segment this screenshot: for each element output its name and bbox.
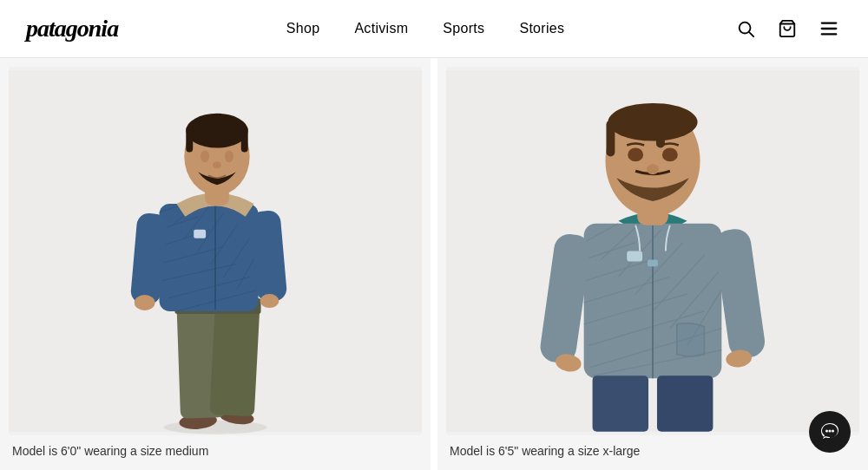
- product-image-right[interactable]: [446, 67, 859, 435]
- svg-point-68: [608, 103, 697, 141]
- product-left: Model is 6'0" wearing a size medium: [0, 58, 431, 470]
- svg-rect-69: [606, 121, 615, 157]
- svg-point-40: [225, 150, 233, 162]
- svg-point-78: [832, 430, 834, 433]
- svg-rect-14: [160, 204, 259, 311]
- search-icon: [736, 19, 755, 38]
- svg-rect-65: [627, 251, 642, 262]
- panel-divider: [431, 58, 437, 470]
- bag-button[interactable]: [774, 16, 800, 42]
- header-icons: [733, 16, 842, 42]
- svg-point-31: [260, 294, 279, 308]
- site-logo[interactable]: patagonia: [26, 15, 118, 42]
- svg-point-41: [213, 161, 221, 168]
- menu-icon: [819, 19, 838, 38]
- svg-rect-37: [186, 127, 193, 153]
- nav-item-shop[interactable]: Shop: [286, 21, 320, 36]
- svg-point-73: [647, 164, 659, 174]
- product-caption-left: Model is 6'0" wearing a size medium: [9, 435, 422, 461]
- product-grid: Model is 6'0" wearing a size medium: [0, 58, 868, 470]
- model-left-image: [9, 67, 422, 435]
- product-caption-right: Model is 6'5" wearing a size x-large: [446, 435, 859, 461]
- site-header: patagonia Shop Activism Sports Stories: [0, 0, 868, 58]
- search-button[interactable]: [733, 16, 759, 42]
- svg-rect-38: [241, 127, 248, 153]
- svg-point-72: [662, 148, 678, 162]
- chat-icon: [819, 421, 840, 442]
- bag-icon: [778, 19, 797, 38]
- svg-rect-70: [656, 118, 665, 148]
- nav-item-sports[interactable]: Sports: [443, 21, 484, 36]
- svg-point-76: [825, 430, 828, 433]
- menu-button[interactable]: [816, 16, 842, 42]
- svg-point-77: [829, 430, 832, 433]
- svg-rect-11: [209, 303, 260, 416]
- nav-item-stories[interactable]: Stories: [519, 21, 564, 36]
- svg-point-39: [201, 150, 209, 162]
- main-nav: Shop Activism Sports Stories: [286, 21, 565, 36]
- nav-item-activism[interactable]: Activism: [354, 21, 408, 36]
- product-image-left[interactable]: [9, 67, 422, 435]
- svg-rect-75: [657, 375, 713, 431]
- svg-point-30: [135, 295, 155, 310]
- svg-point-36: [186, 114, 247, 148]
- svg-rect-60: [648, 259, 658, 266]
- svg-rect-33: [194, 230, 206, 238]
- chat-button[interactable]: [809, 411, 851, 453]
- svg-rect-74: [593, 375, 648, 431]
- svg-point-71: [628, 148, 643, 162]
- model-right-image: [446, 67, 859, 435]
- svg-line-1: [749, 32, 753, 36]
- product-right: Model is 6'5" wearing a size x-large: [437, 58, 868, 470]
